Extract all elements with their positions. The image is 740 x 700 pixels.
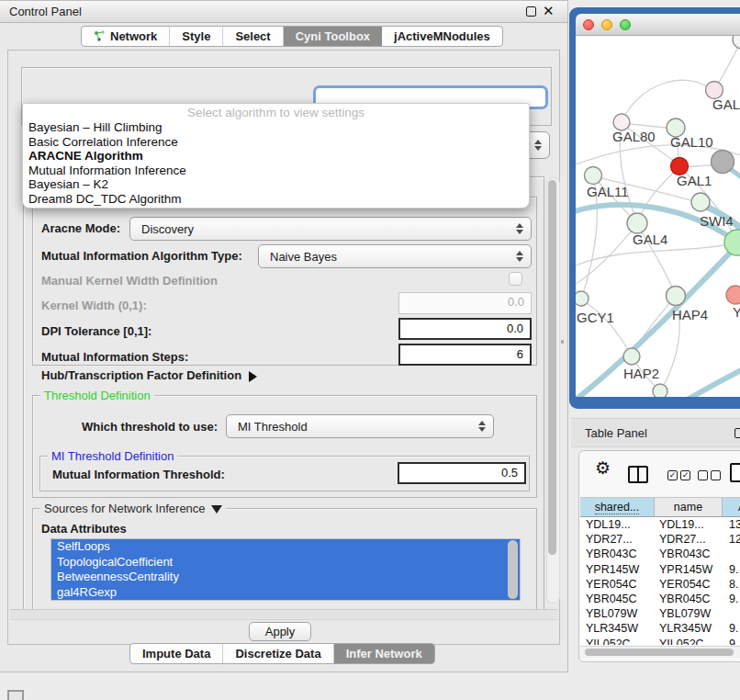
attribute-list-scrollbar[interactable] (508, 540, 518, 599)
table-cell: YBL079W (586, 606, 654, 621)
gear-icon[interactable]: ⚙ (595, 459, 611, 477)
tab-infer-network[interactable]: Infer Network (334, 644, 434, 663)
algorithm-dropdown-placeholder: Select algorithm to view settings (23, 106, 529, 120)
checked-checkbox-icon[interactable]: ✓ (667, 470, 678, 480)
close-traffic-light-icon[interactable] (583, 19, 594, 30)
node-label: GAL4 (633, 231, 667, 247)
close-panel-icon[interactable]: ✕ (543, 3, 555, 19)
mi-type-label: Mutual Information Algorithm Type: (41, 249, 242, 263)
minimized-panel-icon[interactable] (7, 690, 24, 700)
dpi-tolerance-field[interactable]: 0.0 (398, 318, 532, 340)
table-cell: YBR045C (586, 592, 654, 606)
table-row[interactable]: YBR045CYBR045C9. (580, 592, 740, 606)
control-panel-title: Control Panel (9, 5, 82, 18)
which-threshold-label: Which threshold to use: (82, 420, 218, 434)
algorithm-option-highlighted[interactable]: ARACNE Algorithm (23, 149, 529, 164)
node-label: SWI4 (700, 213, 734, 229)
control-panel-window: Control Panel ✕ Network Style Select Cyn… (0, 0, 568, 672)
table-panel-header: Table Panel (571, 418, 740, 447)
tab-select-label: Select (235, 29, 270, 43)
data-attributes-list[interactable]: SelfLoops TopologicalCoefficient Between… (50, 538, 521, 601)
zoom-traffic-light-icon[interactable] (620, 19, 631, 30)
combo-arrows-icon (516, 223, 523, 234)
mi-threshold-field[interactable]: 0.5 (398, 462, 526, 484)
column-header-partial[interactable]: A (723, 497, 740, 517)
column-header-name[interactable]: name (655, 497, 723, 517)
float-panel-icon[interactable] (526, 6, 536, 17)
hub-section-toggle[interactable]: Hub/Transcription Factor Definition (41, 368, 257, 382)
combo-arrows-icon (478, 421, 486, 432)
algorithm-option[interactable]: Basic Correlation Inference (23, 135, 529, 150)
attribute-item[interactable]: SelfLoops (51, 539, 520, 555)
table-row[interactable]: YDL19...YDL19...13 (580, 517, 740, 532)
attribute-item[interactable]: TopologicalCoefficient (51, 555, 520, 570)
algorithm-option[interactable]: Dream8 DC_TDC Algorithm (23, 192, 529, 207)
which-threshold-combo[interactable]: MI Threshold (226, 414, 494, 438)
mi-type-combo[interactable]: Naive Bayes (258, 244, 532, 268)
node-label: GCY1 (577, 310, 614, 325)
mi-steps-field[interactable]: 6 (398, 344, 532, 366)
tab-select[interactable]: Select (223, 27, 283, 46)
hub-section-label: Hub/Transcription Factor Definition (41, 368, 241, 382)
table-row[interactable]: YER054CYER054C8. (580, 577, 740, 592)
attribute-item[interactable]: gal4RGexp (51, 585, 520, 601)
tab-network-label: Network (110, 29, 157, 43)
combo-arrows-icon (516, 251, 523, 262)
tab-style[interactable]: Style (170, 27, 223, 46)
table-row[interactable]: YLR345WYLR345W9. (580, 621, 740, 636)
table-cell: 9 (729, 637, 740, 646)
table-rows[interactable]: YDL19...YDL19...13YDR27...YDR27...12YBR0… (580, 517, 740, 645)
sources-group-title[interactable]: Sources for Network Inference (40, 502, 226, 515)
table-row[interactable]: YDR27...YDR27...12 (580, 532, 740, 547)
settings-hscroll-track[interactable] (10, 609, 557, 620)
unchecked-checkbox-icon[interactable] (698, 470, 708, 480)
document-icon[interactable] (730, 463, 740, 482)
tab-network[interactable]: Network (82, 27, 170, 46)
algorithm-option[interactable]: Bayesian – Hill Climbing (23, 120, 529, 135)
table-row[interactable]: YBR043CYBR043C (580, 547, 740, 561)
settings-scrollbar-thumb[interactable] (548, 180, 556, 555)
network-canvas[interactable]: GAL GAL80 GAL10 GAL1 GAL11 SWI4 GAL4 GCY… (576, 36, 740, 397)
splitter-handle[interactable] (561, 340, 564, 344)
mi-threshold-label: Mutual Information Threshold: (52, 468, 225, 481)
table-row[interactable]: YPR145WYPR145W9. (580, 562, 740, 577)
minimize-traffic-light-icon[interactable] (601, 19, 612, 30)
tab-style-label: Style (182, 29, 210, 43)
tab-jactivemnodules[interactable]: jActiveMNodules (382, 27, 502, 46)
attribute-item[interactable]: BetweennessCentrality (51, 570, 520, 585)
algorithm-option[interactable]: Bayesian – K2 (23, 177, 529, 192)
mi-type-value: Naive Bayes (270, 250, 337, 264)
table-cell: YIL052C (586, 637, 654, 646)
node-label: GAL80 (612, 129, 656, 144)
table-panel-float-icon[interactable] (734, 428, 740, 438)
tab-cyni-toolbox-label: Cyni Toolbox (296, 29, 370, 43)
apply-button[interactable]: Apply (249, 622, 311, 641)
network-view-window: GAL GAL80 GAL10 GAL1 GAL11 SWI4 GAL4 GCY… (569, 7, 740, 409)
column-header-shared-name[interactable]: shared... (580, 497, 655, 517)
split-columns-icon[interactable] (628, 466, 648, 483)
table-row[interactable]: YBL079WYBL079W (580, 606, 740, 621)
manual-kernel-checkbox[interactable] (509, 272, 522, 286)
which-threshold-value: MI Threshold (238, 420, 308, 434)
network-window-titlebar[interactable] (576, 14, 740, 36)
table-cell: YLR345W (659, 621, 723, 636)
control-panel-tabs: Network Style Select Cyni Toolbox jActiv… (81, 26, 503, 47)
tab-cyni-toolbox[interactable]: Cyni Toolbox (284, 27, 382, 46)
tab-discretize-data[interactable]: Discretize Data (223, 644, 333, 663)
checked-checkbox-icon[interactable]: ✓ (680, 470, 690, 480)
kernel-width-field[interactable]: 0.0 (398, 292, 532, 314)
table-cell: 9. (729, 592, 740, 606)
table-hscrollbar-thumb[interactable] (585, 649, 734, 656)
combo-arrows-icon (534, 140, 542, 151)
network-node-labels: GAL GAL80 GAL10 GAL1 GAL11 SWI4 GAL4 GCY… (577, 96, 740, 381)
node-gal11 (585, 167, 602, 185)
column-header-label: name (674, 501, 702, 514)
aracne-mode-combo[interactable]: Discovery (129, 217, 532, 241)
aracne-mode-value: Discovery (141, 222, 194, 236)
tab-impute-data[interactable]: Impute Data (130, 644, 223, 663)
algorithm-option[interactable]: Mutual Information Inference (23, 164, 529, 178)
table-row[interactable]: YIL052CYIL052C9 (580, 637, 740, 646)
table-hscrollbar-track[interactable] (580, 646, 740, 658)
unchecked-checkbox-icon[interactable] (711, 470, 721, 480)
settings-scrollbar-track[interactable] (546, 177, 560, 604)
